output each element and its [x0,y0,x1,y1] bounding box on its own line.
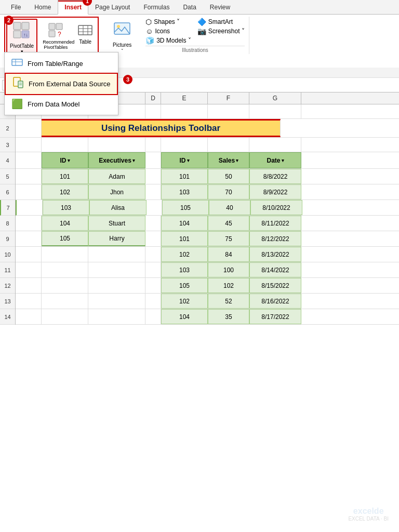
cell-e3[interactable] [161,138,208,152]
cell-g10[interactable]: 8/13/2022 [249,247,301,262]
recommended-pivottables-button[interactable]: ? Recommended PivotTables [39,21,72,52]
cell-a6[interactable] [16,184,42,200]
cell-c6[interactable]: Jhon [88,184,145,200]
cell-c4-exec[interactable]: Executives ▾ [88,152,145,168]
cell-a5[interactable] [16,169,42,184]
filter-arrow-4[interactable]: ▾ [236,158,238,163]
tab-home[interactable]: Home [28,0,58,15]
cell-g13[interactable]: 8/16/2022 [249,294,301,309]
cell-c9[interactable]: Harry [88,231,145,246]
cell-b8[interactable]: 104 [42,216,88,231]
cell-g4-date[interactable]: Date ▾ [249,152,301,168]
cell-c7[interactable]: Alisa [89,200,147,215]
cell-d14[interactable] [145,309,161,324]
cell-a11[interactable] [16,262,42,277]
cell-a13[interactable] [16,294,42,309]
cell-d11[interactable] [145,262,161,277]
cell-c10[interactable] [88,247,145,262]
tab-file[interactable]: File [4,0,28,15]
table-button[interactable]: Table [74,21,97,47]
tab-formulas[interactable]: Formulas [137,0,176,15]
cell-e5[interactable]: 101 [161,169,208,184]
icons-label[interactable]: Icons [155,28,170,35]
cell-g3[interactable] [249,138,301,152]
from-table-range-item[interactable]: From Table/Range [5,55,118,73]
cell-f5[interactable]: 50 [208,169,249,184]
cell-e13[interactable]: 102 [161,294,208,309]
cell-g7[interactable]: 8/10/2022 [250,200,302,215]
cell-e10[interactable]: 102 [161,247,208,262]
filter-arrow-1[interactable]: ▾ [68,158,70,163]
cell-f14[interactable]: 35 [208,309,249,324]
cell-g6[interactable]: 8/9/2022 [249,184,301,200]
cell-a14[interactable] [16,309,42,324]
cell-d9[interactable] [145,231,161,246]
cell-c8[interactable]: Stuart [88,216,145,231]
cell-a10[interactable] [16,247,42,262]
cell-e4-id[interactable]: ID ▾ [161,152,208,168]
screenshot-label[interactable]: Screenshot ˅ [208,28,245,35]
tab-page-layout[interactable]: Page Layout [88,0,137,15]
cell-b13[interactable] [42,294,88,309]
cell-f6[interactable]: 70 [208,184,249,200]
cell-f12[interactable]: 102 [208,278,249,293]
filter-arrow-2[interactable]: ▾ [132,158,135,163]
cell-d8[interactable] [145,216,161,231]
tab-review[interactable]: Review [203,0,237,15]
cell-a8[interactable] [16,216,42,231]
cell-g5[interactable]: 8/8/2022 [249,169,301,184]
cell-a9[interactable] [16,231,42,246]
cell-f8[interactable]: 45 [208,216,249,231]
cell-g14[interactable]: 8/17/2022 [249,309,301,324]
cell-g8[interactable]: 8/11/2022 [249,216,301,231]
cell-f3[interactable] [208,138,249,152]
filter-arrow-5[interactable]: ▾ [282,158,284,163]
cell-g9[interactable]: 8/12/2022 [249,231,301,246]
cell-e1[interactable] [161,104,208,118]
cell-b7[interactable]: 103 [43,200,89,215]
from-data-model-item[interactable]: 🟩 From Data Model [5,95,118,113]
cell-b12[interactable] [42,278,88,293]
cell-c12[interactable] [88,278,145,293]
shapes-label[interactable]: Shapes ˅ [154,18,180,25]
cell-b3[interactable] [42,138,88,152]
cell-f9[interactable]: 75 [208,231,249,246]
cell-title[interactable]: Using Relationships Toolbar [42,119,281,137]
cell-c5[interactable]: Adam [88,169,145,184]
cell-f10[interactable]: 84 [208,247,249,262]
cell-d6[interactable] [145,184,161,200]
cell-e11[interactable]: 103 [161,262,208,277]
cell-f11[interactable]: 100 [208,262,249,277]
cell-d3[interactable] [145,138,161,152]
cell-b11[interactable] [42,262,88,277]
3dmodels-label[interactable]: 3D Models ˅ [156,37,191,44]
formula-input[interactable] [70,82,397,89]
cell-b5[interactable]: 101 [42,169,88,184]
tab-insert[interactable]: Insert 1 [58,0,88,15]
cell-b14[interactable] [42,309,88,324]
cell-d12[interactable] [145,278,161,293]
cell-e14[interactable]: 104 [161,309,208,324]
cell-b10[interactable] [42,247,88,262]
cell-g1[interactable] [249,104,301,118]
cell-a2[interactable] [16,119,42,137]
cell-d13[interactable] [145,294,161,309]
cell-d5[interactable] [145,169,161,184]
cell-f7[interactable]: 40 [209,200,250,215]
cell-e6[interactable]: 103 [161,184,208,200]
cell-e12[interactable]: 105 [161,278,208,293]
cell-e7[interactable]: 105 [162,200,209,215]
cell-c3[interactable] [88,138,145,152]
cell-d4[interactable] [145,152,161,168]
tab-data[interactable]: Data [176,0,203,15]
cell-b4-id[interactable]: ID ▾ [42,152,88,168]
cell-c11[interactable] [88,262,145,277]
cell-g11[interactable]: 8/14/2022 [249,262,301,277]
cell-d10[interactable] [145,247,161,262]
cell-a7[interactable] [17,200,43,215]
cell-e8[interactable]: 104 [161,216,208,231]
cell-f13[interactable]: 52 [208,294,249,309]
cell-f1[interactable] [208,104,249,118]
cell-b9[interactable]: 105 [42,231,88,246]
cell-a3[interactable] [16,138,42,152]
